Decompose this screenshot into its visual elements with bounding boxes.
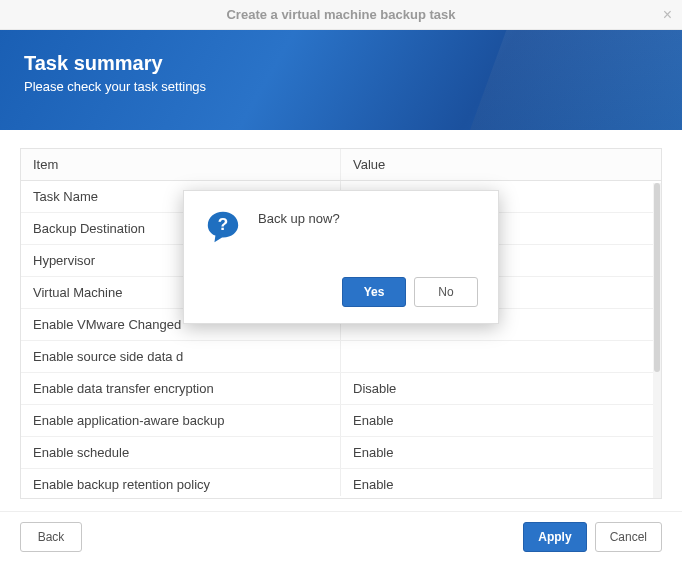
svg-text:?: ? xyxy=(218,214,228,233)
confirm-dialog: ? Back up now? Yes No xyxy=(183,190,499,324)
yes-button[interactable]: Yes xyxy=(342,277,406,307)
dialog-body: ? Back up now? xyxy=(204,209,478,267)
wizard-window: Create a virtual machine backup task × T… xyxy=(0,0,682,561)
question-icon: ? xyxy=(204,209,242,247)
dialog-actions: Yes No xyxy=(204,277,478,307)
modal-overlay: ? Back up now? Yes No xyxy=(0,0,682,561)
no-button[interactable]: No xyxy=(414,277,478,307)
dialog-message: Back up now? xyxy=(258,209,340,226)
